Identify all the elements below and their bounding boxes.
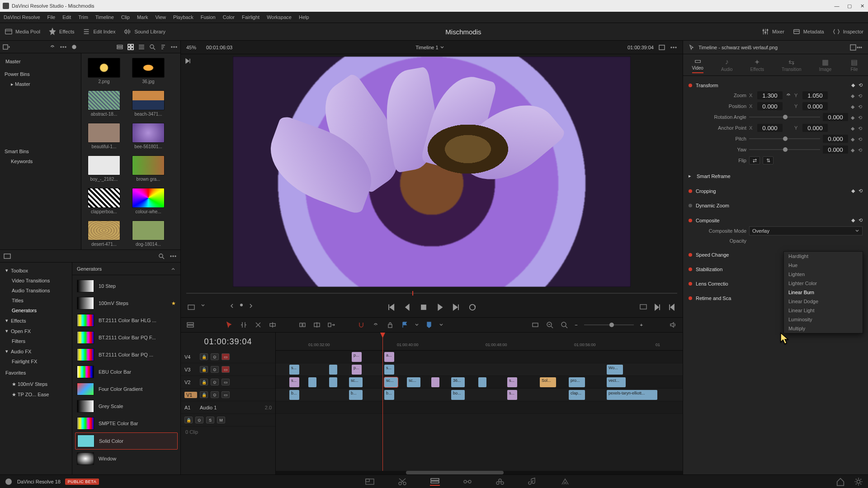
track-auto-button[interactable]: ⊙ [211, 353, 219, 360]
inspector-menu-icon[interactable] [856, 44, 863, 51]
smart-reframe-header[interactable]: ▸Smart Reframe [689, 171, 863, 181]
menu-fusion[interactable]: Fusion [201, 14, 216, 20]
yaw-slider[interactable] [749, 146, 820, 153]
anc-x-input[interactable] [757, 124, 783, 132]
fx-tree-titles[interactable]: Titles [2, 296, 70, 305]
fx-menu-icon[interactable] [170, 253, 177, 260]
bin-keywords[interactable]: Keywords [4, 156, 77, 167]
menu-icon[interactable] [170, 43, 178, 51]
loop-button[interactable] [468, 303, 477, 312]
prev-clip-button[interactable] [667, 303, 676, 312]
page-color[interactable] [495, 478, 505, 486]
timeline-clip[interactable] [478, 377, 486, 387]
search-icon[interactable] [149, 43, 156, 51]
viewer-mode-icon[interactable] [658, 44, 665, 51]
fx-favorite-item[interactable]: ★ TP ZO... Ease [2, 389, 70, 400]
dropdown-option[interactable]: Lighter Color [784, 279, 863, 288]
dropdown-option[interactable]: Hardlight [784, 252, 863, 261]
fx-item[interactable]: SMPTE Color Bar [75, 415, 178, 432]
viewer-zoom[interactable]: 45% [186, 45, 196, 50]
flag-chevron-icon[interactable] [415, 323, 419, 327]
go-last-button[interactable] [452, 303, 461, 312]
link-icon[interactable] [49, 43, 56, 51]
clip-item[interactable]: desert-471... [88, 221, 120, 247]
zoom-slider[interactable] [584, 324, 634, 325]
timeline-clip[interactable] [308, 377, 316, 387]
fx-item[interactable]: Four Color Gradient [75, 381, 178, 397]
fx-item[interactable]: BT.2111 Color Bar PQ ... [75, 347, 178, 363]
inspector-tab-audio[interactable]: ♪Audio [721, 58, 733, 72]
page-fairlight[interactable] [528, 478, 538, 486]
arrow-tool-icon[interactable] [225, 321, 233, 329]
timeline-timecode[interactable]: 01:00:39:04 [181, 333, 275, 351]
clip-item[interactable]: 36.jpg [132, 58, 165, 84]
fx-favorite-item[interactable]: ★ 100mV Steps [2, 379, 70, 389]
dropdown-option[interactable]: Linear Burn [784, 288, 863, 297]
next-edit-icon[interactable] [249, 303, 253, 309]
clip-item[interactable]: beach-3471... [132, 90, 165, 117]
clip-item[interactable]: bee-561801... [132, 123, 165, 149]
dropdown-option[interactable]: Linear Dodge [784, 297, 863, 306]
anc-y-input[interactable] [802, 124, 828, 132]
edit-index-toggle[interactable]: Edit Index [82, 28, 115, 36]
window-maximize-button[interactable]: ▢ [846, 3, 853, 9]
dropdown-option[interactable]: Multiply [784, 324, 863, 333]
dropdown-option[interactable]: Linear Light [784, 306, 863, 315]
track-disable-button[interactable]: ▭ [222, 366, 230, 373]
track-v1-selector[interactable]: V1 [184, 392, 197, 398]
dropdown-option[interactable]: Hue [784, 261, 863, 270]
track-auto-button[interactable]: ⊙ [211, 379, 219, 385]
zoom-x-input[interactable] [757, 91, 783, 99]
audio-lock-button[interactable]: 🔒 [184, 417, 193, 423]
fx-tree-generators[interactable]: Generators [2, 305, 70, 315]
track-v4-selector[interactable]: V4 [184, 354, 197, 360]
timeline-clip[interactable]: clap... [569, 390, 585, 400]
fx-item[interactable]: EBU Color Bar [75, 364, 178, 380]
home-icon[interactable] [835, 478, 845, 486]
track-disable-button[interactable]: ▭ [222, 391, 230, 398]
timeline-clip[interactable]: p... [352, 352, 362, 362]
track-v3-selector[interactable]: V3 [184, 367, 197, 372]
zoom-out-button[interactable]: − [575, 322, 577, 328]
fx-tree-audio-fx[interactable]: ▾ Audio FX [2, 346, 70, 357]
audio-track-a1[interactable]: A1 [184, 405, 197, 410]
timeline-clip[interactable]: p... [352, 365, 362, 375]
link-tool-icon[interactable] [372, 321, 380, 329]
marker-chevron-icon[interactable] [439, 323, 443, 327]
menu-file[interactable]: File [47, 14, 56, 20]
track-lock-button[interactable]: 🔒 [200, 379, 208, 385]
menu-fairlight[interactable]: Fairlight [242, 14, 259, 20]
fx-tree-open-fx[interactable]: ▾ Open FX [2, 326, 70, 336]
chevron-up-icon[interactable] [170, 266, 176, 272]
timeline-clip[interactable]: Sol... [540, 377, 556, 387]
composite-mode-select[interactable]: Overlay [749, 226, 863, 235]
timeline-clip[interactable]: a... [384, 352, 394, 362]
inspector-tab-image[interactable]: ▦Image [819, 58, 832, 72]
timeline-clip[interactable]: s... [384, 365, 394, 375]
inspector-tab-file[interactable]: ▤File [849, 58, 859, 72]
fx-item[interactable]: BT.2111 Color Bar PQ F... [75, 329, 178, 346]
step-back-button[interactable] [403, 303, 412, 312]
track-auto-button[interactable]: ⊙ [211, 366, 219, 373]
page-cut[interactable] [397, 478, 407, 486]
insert-icon[interactable] [298, 321, 307, 329]
fx-search-icon[interactable] [158, 253, 165, 260]
viewer-scrubber[interactable] [186, 289, 677, 297]
options-icon[interactable] [60, 43, 67, 51]
inspector-tab-video[interactable]: ▭Video [692, 56, 703, 73]
track-v2-selector[interactable]: V2 [184, 380, 197, 385]
zoom-y-input[interactable] [802, 91, 828, 99]
snap-icon[interactable] [357, 321, 365, 329]
play-around-icon[interactable] [240, 303, 243, 307]
timeline-selector[interactable]: Timeline 1 [415, 45, 444, 50]
clip-item[interactable]: dog-18014... [132, 221, 165, 247]
menu-color[interactable]: Color [223, 14, 235, 20]
kf-icon[interactable]: ◆ [851, 93, 855, 98]
track-disable-button[interactable]: ▭ [222, 353, 230, 360]
menu-davinci-resolve[interactable]: DaVinci Resolve [4, 14, 40, 20]
menu-trim[interactable]: Trim [78, 14, 88, 20]
timeline-clip[interactable]: b... [349, 390, 363, 400]
pitch-input[interactable] [823, 135, 848, 143]
fx-tree-filters[interactable]: Filters [2, 336, 70, 346]
fx-tree-video-transitions[interactable]: Video Transitions [2, 276, 70, 286]
